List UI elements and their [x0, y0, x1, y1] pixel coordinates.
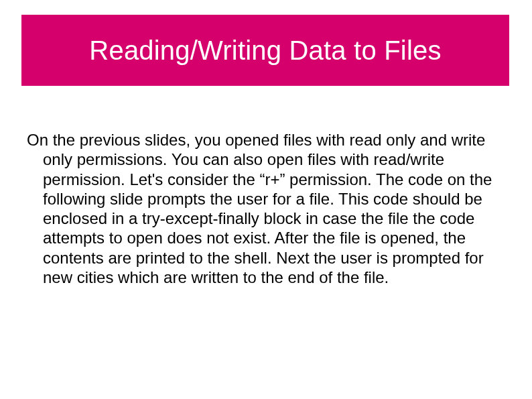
slide-title: Reading/Writing Data to Files [89, 36, 441, 66]
title-bar: Reading/Writing Data to Files [21, 15, 509, 86]
slide-body-text: On the previous slides, you opened files… [27, 130, 504, 287]
body-area: On the previous slides, you opened files… [27, 114, 504, 303]
slide: Reading/Writing Data to Files On the pre… [0, 0, 532, 399]
